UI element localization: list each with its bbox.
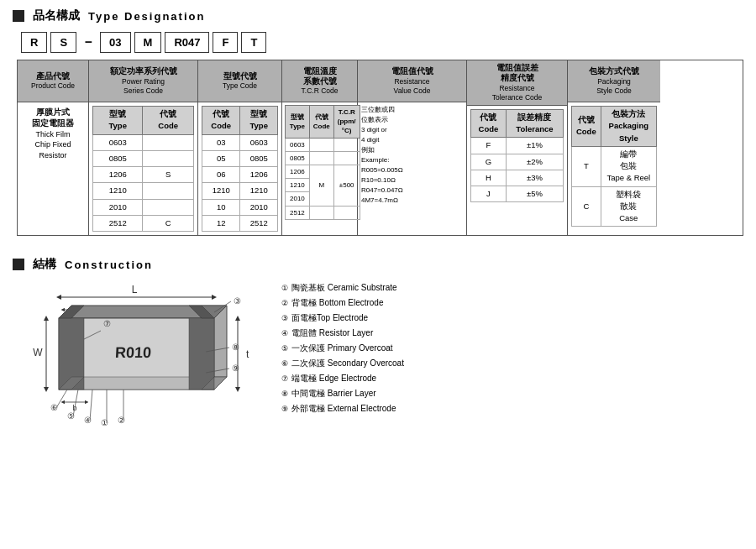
resistance-desc3: 3 digit or bbox=[361, 125, 463, 135]
col-power-header-jp: 額定功率系列代號 bbox=[110, 66, 177, 76]
main-table: 產品代號 Product Code 厚膜片式固定電阻器 Thick FilmCh… bbox=[17, 60, 743, 236]
svg-marker-17 bbox=[214, 377, 227, 390]
construction-item-4: ④ 電阻體 Resistor Layer bbox=[281, 326, 404, 341]
item-1-num: ① bbox=[281, 281, 288, 295]
pkg-row-case: C 塑料袋散裝Case bbox=[572, 186, 657, 227]
tol-row: G±2% bbox=[471, 154, 564, 170]
resistance-desc2: 位數表示 bbox=[361, 115, 463, 125]
code-03: 03 bbox=[100, 32, 130, 53]
item-2-text: 背電極 Bottom Electrode bbox=[291, 295, 383, 311]
type-th-type: 型號Type bbox=[240, 107, 278, 135]
resistance-desc1: 三位數或四 bbox=[361, 105, 463, 115]
item-9-text: 外部電極 External Electrode bbox=[291, 401, 396, 416]
col-power-header: 額定功率系列代號 Power RatingSeries Code bbox=[89, 60, 197, 102]
col-packaging-header-jp: 包裝方式代號 bbox=[589, 66, 639, 76]
code-R: R bbox=[21, 32, 47, 53]
construction-section: 結構 Construction L a bbox=[13, 257, 743, 450]
construction-item-3: ③ 面電極Top Electrode bbox=[281, 311, 404, 326]
code-S: S bbox=[50, 32, 76, 53]
resistance-example2: R10=0.10Ω bbox=[361, 175, 463, 186]
col-tolerance-header-en2: Tolerance Code bbox=[492, 93, 543, 102]
construction-list: ① 陶瓷基板 Ceramic Substrate ② 背電極 Bottom El… bbox=[281, 280, 404, 416]
item-3-num: ③ bbox=[281, 311, 288, 325]
svg-text:②: ② bbox=[118, 416, 125, 425]
item-5-num: ⑤ bbox=[281, 342, 288, 355]
code-F: F bbox=[213, 32, 238, 53]
power-row: 2512C bbox=[93, 215, 194, 231]
col-tolerance-header-en: Resistance bbox=[499, 84, 534, 93]
item-7-text: 端電極 Edge Electrode bbox=[291, 371, 376, 386]
top-codes-row: R S － 03 M R047 F T bbox=[21, 32, 743, 53]
col-product-header-jp: 產品代號 bbox=[36, 71, 70, 81]
col-type-header-jp: 型號代號 bbox=[223, 71, 257, 81]
col-tcr: 電阻溫度系數代號 T.C.R Code 型號Type 代號Code T.C.R(… bbox=[282, 60, 358, 235]
construction-item-2: ② 背電極 Bottom Electrode bbox=[281, 295, 404, 311]
pkg-th-style: 包裝方法PackagingStyle bbox=[601, 107, 656, 147]
col-tcr-header: 電阻溫度系數代號 T.C.R Code bbox=[282, 60, 357, 102]
type-designation-section: 品名構成 Type Designation R S － 03 M R047 F … bbox=[13, 8, 743, 236]
type-row: 050805 bbox=[202, 150, 278, 166]
type-table: 代號Code 型號Type 030603 050805 061206 12101… bbox=[202, 106, 278, 232]
type-row: 061206 bbox=[202, 167, 278, 183]
chip-svg: L a W bbox=[13, 280, 265, 448]
svg-text:①: ① bbox=[101, 418, 108, 427]
construction-item-7: ⑦ 端電極 Edge Electrode bbox=[281, 371, 404, 386]
resistance-example1: R005=0.005Ω bbox=[361, 165, 463, 175]
col-product: 產品代號 Product Code 厚膜片式固定電阻器 Thick FilmCh… bbox=[18, 60, 89, 235]
type-th-code: 代號Code bbox=[202, 107, 240, 135]
power-row: 1210 bbox=[93, 183, 194, 199]
construction-body: L a W bbox=[13, 280, 743, 450]
pkg-row-tape: T 編帶包裝Tape & Reel bbox=[572, 146, 657, 186]
tcr-table: 型號Type 代號Code T.C.R(ppm/°C) 0603 0805 12… bbox=[285, 105, 360, 220]
section2-title-en: Construction bbox=[65, 259, 153, 271]
chip-diagram: L a W bbox=[13, 280, 265, 450]
product-jp-name: 厚膜片式固定電阻器 bbox=[20, 107, 86, 129]
item-6-text: 二次保護 Secondary Overcoat bbox=[291, 356, 404, 371]
power-th-type: 型號Type bbox=[93, 107, 143, 135]
col-tcr-header-en: T.C.R Code bbox=[302, 86, 339, 96]
power-table: 型號Type 代號Code 0603 0805 1206S 1210 2010 … bbox=[92, 106, 194, 232]
code-dash: － bbox=[80, 34, 97, 51]
svg-text:⑦: ⑦ bbox=[103, 319, 111, 328]
tcr-th-tcr: T.C.R(ppm/°C) bbox=[333, 106, 360, 139]
item-9-num: ⑨ bbox=[281, 402, 288, 416]
svg-line-36 bbox=[56, 390, 67, 408]
col-power-body: 型號Type 代號Code 0603 0805 1206S 1210 2010 … bbox=[89, 102, 197, 235]
construction-item-5: ⑤ 一次保護 Primary Overcoat bbox=[281, 341, 404, 356]
item-4-num: ④ bbox=[281, 327, 288, 340]
resistance-example4: 4M7=4.7mΩ bbox=[361, 196, 463, 206]
col-packaging-header: 包裝方式代號 PackagingStyle Code bbox=[568, 60, 660, 102]
svg-text:⑧: ⑧ bbox=[232, 342, 239, 352]
code-T: T bbox=[241, 32, 266, 53]
power-row: 0603 bbox=[93, 134, 194, 150]
col-packaging: 包裝方式代號 PackagingStyle Code 代號Code 包裝方法Pa… bbox=[568, 60, 660, 235]
section2-header: 結構 Construction bbox=[13, 257, 743, 272]
col-product-header-en: Product Code bbox=[31, 81, 75, 91]
col-power: 額定功率系列代號 Power RatingSeries Code 型號Type … bbox=[89, 60, 198, 235]
code-M: M bbox=[134, 32, 162, 53]
col-resistance-header-jp: 電阻值代號 bbox=[391, 66, 433, 76]
tcr-th-code: 代號Code bbox=[309, 106, 333, 139]
item-1-text: 陶瓷基板 Ceramic Substrate bbox=[291, 280, 397, 295]
item-3-text: 面電極Top Electrode bbox=[291, 311, 368, 326]
svg-text:③: ③ bbox=[234, 296, 241, 306]
tol-th-tolerance: 誤差精度Tolerance bbox=[506, 109, 563, 138]
tcr-row: 0805 bbox=[286, 151, 360, 165]
section1-title-en: Type Designation bbox=[88, 10, 205, 23]
col-tolerance: 電阻值誤差精度代號 Resistance Tolerance Code 代號Co… bbox=[467, 60, 568, 235]
item-4-text: 電阻體 Resistor Layer bbox=[291, 326, 373, 341]
col-tcr-body: 型號Type 代號Code T.C.R(ppm/°C) 0603 0805 12… bbox=[282, 102, 357, 222]
svg-text:⑨: ⑨ bbox=[232, 363, 239, 373]
col-type-header-en: Type Code bbox=[223, 81, 257, 91]
tol-row: F±1% bbox=[471, 138, 564, 154]
col-product-body: 厚膜片式固定電阻器 Thick FilmChip FixedResistor bbox=[18, 102, 88, 165]
power-row: 0805 bbox=[93, 150, 194, 166]
svg-text:t: t bbox=[246, 348, 249, 360]
product-en-name: Thick FilmChip FixedResistor bbox=[20, 129, 86, 161]
power-th-code: 代號Code bbox=[143, 107, 194, 135]
svg-text:W: W bbox=[33, 347, 43, 358]
col-tolerance-header: 電阻值誤差精度代號 Resistance Tolerance Code bbox=[467, 60, 567, 106]
tol-th-code: 代號Code bbox=[471, 109, 507, 138]
item-2-num: ② bbox=[281, 296, 288, 310]
tcr-row: 0603 bbox=[286, 138, 360, 151]
